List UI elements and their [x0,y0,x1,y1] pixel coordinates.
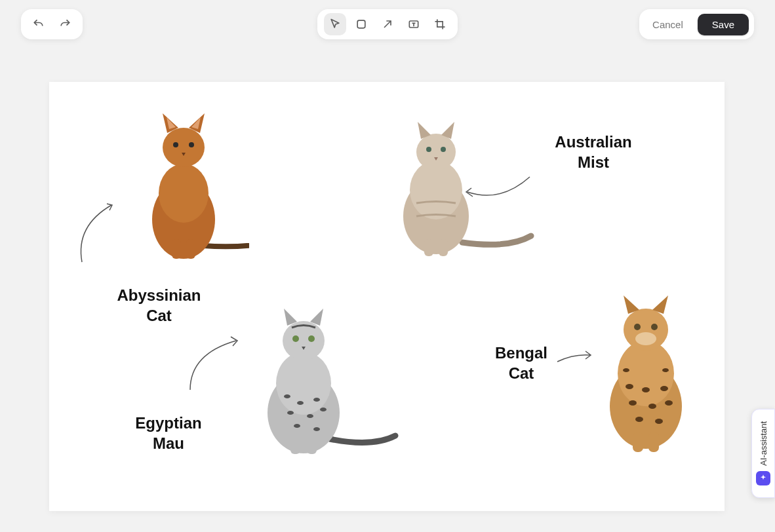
arrow-icon [381,18,394,31]
svg-point-28 [320,408,327,411]
svg-point-29 [294,424,300,428]
svg-point-42 [648,404,656,409]
svg-point-47 [662,368,669,372]
svg-point-30 [313,427,320,431]
editor-canvas[interactable]: Abyssinian Cat Australian Mist [49,82,725,511]
svg-point-23 [284,394,290,398]
svg-rect-15 [439,239,448,256]
svg-point-35 [651,324,658,330]
save-button[interactable]: Save [698,14,749,35]
text-tool-button[interactable] [403,13,425,35]
svg-point-27 [307,414,313,418]
sparkle-icon [756,471,770,485]
tools-toolbar [317,9,458,39]
svg-point-46 [623,368,629,372]
cancel-button[interactable]: Cancel [645,15,691,34]
svg-rect-0 [357,20,365,28]
svg-point-12 [426,147,431,152]
svg-point-34 [634,324,641,330]
shape-tool-button[interactable] [350,13,372,35]
svg-point-11 [416,134,456,170]
undo-icon [32,18,45,31]
arrow-to-australian-mist[interactable] [461,174,533,206]
svg-point-43 [665,400,673,406]
action-toolbar: Cancel Save [639,9,754,39]
arrow-to-bengal[interactable] [554,347,593,367]
arrow-to-egyptian-mau[interactable] [180,334,246,393]
australian-mist-label[interactable]: Australian Mist [547,132,639,172]
svg-point-20 [308,335,315,342]
ai-assistant-tab[interactable]: AI-assistant [751,409,775,498]
bengal-cat-image[interactable] [580,292,711,455]
svg-rect-37 [648,432,659,452]
redo-button[interactable] [54,13,76,35]
svg-point-44 [635,417,643,422]
svg-point-39 [642,387,650,392]
svg-point-40 [660,386,668,391]
ai-assistant-label: AI-assistant [759,421,768,466]
arrow-to-abyssinian[interactable] [69,200,121,265]
svg-point-24 [297,401,304,405]
undo-button[interactable] [28,13,50,35]
svg-rect-36 [633,432,643,452]
history-toolbar [21,9,83,39]
text-icon [407,18,420,31]
square-icon [355,18,368,31]
arrow-tool-button[interactable] [376,13,399,35]
svg-point-48 [635,332,656,345]
crop-tool-button[interactable] [429,13,451,35]
svg-point-13 [441,147,446,152]
svg-rect-8 [186,239,195,259]
crop-icon [433,18,447,31]
svg-point-4 [163,128,205,167]
svg-point-19 [292,335,299,342]
svg-point-45 [655,419,663,424]
svg-rect-14 [424,239,433,256]
svg-rect-22 [307,436,317,454]
bengal-label[interactable]: Bengal Cat [488,343,554,383]
svg-point-25 [313,398,320,402]
egyptian-mau-label[interactable]: Egyptian Mau [129,413,208,453]
svg-rect-7 [172,239,181,259]
svg-point-41 [629,400,637,406]
svg-point-3 [159,164,209,223]
abyssinian-cat-image[interactable] [118,108,249,262]
abyssinian-label[interactable]: Abyssinian Cat [115,285,203,326]
svg-rect-21 [290,436,300,454]
svg-point-18 [283,321,325,360]
svg-point-38 [626,384,633,389]
egyptian-mau-cat-image[interactable] [231,305,402,459]
redo-icon [58,18,71,31]
svg-point-5 [173,142,178,147]
cursor-icon [328,18,342,31]
svg-point-26 [287,411,294,415]
select-tool-button[interactable] [324,13,346,35]
svg-point-6 [189,142,194,147]
svg-point-17 [276,352,331,415]
